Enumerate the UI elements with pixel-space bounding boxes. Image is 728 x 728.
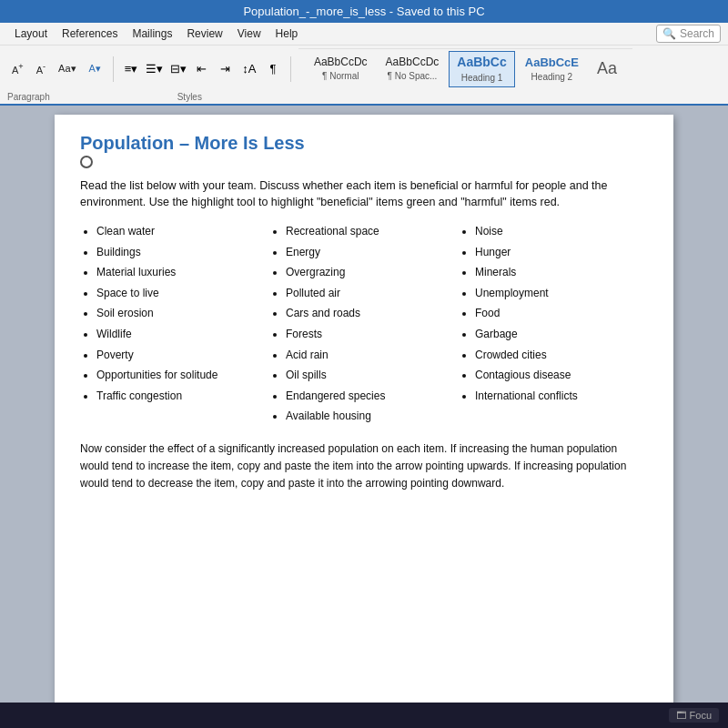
menu-help[interactable]: Help xyxy=(268,25,306,43)
list-col-2: Recreational space Energy Overgrazing Po… xyxy=(269,222,459,428)
list-item: Traffic congestion xyxy=(96,387,269,407)
taskbar-focus[interactable]: 🗔 Focu xyxy=(669,708,719,723)
list-item: International conflicts xyxy=(475,387,648,407)
list-item: Forests xyxy=(286,325,459,345)
menu-references[interactable]: References xyxy=(55,25,125,43)
list-item: Space to live xyxy=(96,284,269,304)
list-item: Cars and roads xyxy=(286,304,459,324)
taskbar: 🗔 Focu xyxy=(0,703,728,728)
list-col-1-items: Clean water Buildings Material luxuries … xyxy=(80,222,269,406)
multilevel-btn[interactable]: ⊟▾ xyxy=(168,59,188,79)
list-item: Buildings xyxy=(96,243,269,263)
font-shrink-btn[interactable]: A- xyxy=(32,60,50,77)
list-item: Poverty xyxy=(96,346,269,366)
list-col-2-items: Recreational space Energy Overgrazing Po… xyxy=(269,222,459,427)
title-bar: Population_-_more_is_less - Saved to thi… xyxy=(0,0,728,23)
list-item: Polluted air xyxy=(286,284,459,304)
list-item: Crowded cities xyxy=(475,346,648,366)
menu-view[interactable]: View xyxy=(230,25,268,43)
ribbon-labels: Paragraph Styles xyxy=(0,92,728,104)
styles-area: AaBbCcDc ¶ Normal AaBbCcDc ¶ No Spac... … xyxy=(298,48,632,90)
ribbon-label-styles: Styles xyxy=(177,92,202,102)
sort-btn[interactable]: ↕A xyxy=(239,59,259,79)
list-item: Wildlife xyxy=(96,325,269,345)
menu-review[interactable]: Review xyxy=(179,25,229,43)
list-item: Oil spills xyxy=(286,366,459,386)
list-item: Garbage xyxy=(475,325,648,345)
ribbon: A+ A- Aa▾ A▾ ≡▾ ☰▾ ⊟▾ ⇤ ⇥ ↕A ¶ AaBbCcDc … xyxy=(0,46,728,106)
list-item: Clean water xyxy=(96,222,269,242)
bullets-btn[interactable]: ≡▾ xyxy=(121,59,141,79)
style-nospace-btn[interactable]: AaBbCcDc ¶ No Spac... xyxy=(378,51,448,87)
font-grow-btn[interactable]: A+ xyxy=(7,60,28,77)
doc-title: Population – More Is Less xyxy=(80,133,648,154)
list-item: Unemployment xyxy=(475,284,648,304)
list-item: Minerals xyxy=(475,263,648,283)
show-formatting-btn[interactable]: ¶ xyxy=(263,59,283,79)
list-col-3-items: Noise Hunger Minerals Unemployment Food … xyxy=(459,222,648,406)
list-item: Endangered species xyxy=(286,387,459,407)
style-normal-btn[interactable]: AaBbCcDc ¶ Normal xyxy=(306,51,376,87)
list-item: Acid rain xyxy=(286,346,459,366)
indent-increase-btn[interactable]: ⇥ xyxy=(216,59,236,79)
style-h1-btn[interactable]: AaBbCc Heading 1 xyxy=(449,51,514,87)
list-item: Food xyxy=(475,304,648,324)
search-box[interactable]: 🔍 Search xyxy=(656,25,721,43)
search-icon: 🔍 xyxy=(662,27,676,40)
list-col-1: Clean water Buildings Material luxuries … xyxy=(80,222,269,428)
list-columns: Clean water Buildings Material luxuries … xyxy=(80,222,648,428)
indent-decrease-btn[interactable]: ⇤ xyxy=(192,59,212,79)
menu-mailings[interactable]: Mailings xyxy=(125,25,179,43)
list-item: Noise xyxy=(475,222,648,242)
list-item: Available housing xyxy=(286,407,459,427)
list-item: Overgrazing xyxy=(286,263,459,283)
doc-cursor-circle xyxy=(80,156,93,168)
list-item: Material luxuries xyxy=(96,263,269,283)
list-item: Recreational space xyxy=(286,222,459,242)
menu-layout[interactable]: Layout xyxy=(7,25,55,43)
doc-instructions: Read the list below with your team. Disc… xyxy=(80,177,648,212)
style-h2-btn[interactable]: AaBbCcE Heading 2 xyxy=(517,51,587,87)
doc-footer: Now consider the effect of a significant… xyxy=(80,440,648,493)
font-case-btn[interactable]: Aa▾ xyxy=(54,61,80,76)
list-item: Opportunities for solitude xyxy=(96,366,269,386)
numbering-btn[interactable]: ☰▾ xyxy=(145,59,165,79)
ribbon-sep-2 xyxy=(290,56,291,82)
menu-bar: Layout References Mailings Review View H… xyxy=(0,23,728,46)
doc-page[interactable]: Population – More Is Less Read the list … xyxy=(55,115,673,703)
title-bar-text: Population_-_more_is_less - Saved to thi… xyxy=(243,5,484,18)
doc-area: Population – More Is Less Read the list … xyxy=(0,106,728,703)
ribbon-formatting-row: A+ A- Aa▾ A▾ ≡▾ ☰▾ ⊟▾ ⇤ ⇥ ↕A ¶ AaBbCcDc … xyxy=(0,46,728,92)
list-item: Soil erosion xyxy=(96,304,269,324)
list-item: Hunger xyxy=(475,243,648,263)
list-item: Contagious disease xyxy=(475,366,648,386)
ribbon-label-paragraph: Paragraph xyxy=(7,92,50,102)
font-color-btn[interactable]: A▾ xyxy=(85,61,106,76)
ribbon-sep-1 xyxy=(113,56,114,82)
style-title-btn[interactable]: Aa xyxy=(589,51,625,87)
search-label: Search xyxy=(680,27,714,40)
list-item: Energy xyxy=(286,243,459,263)
list-col-3: Noise Hunger Minerals Unemployment Food … xyxy=(459,222,648,428)
